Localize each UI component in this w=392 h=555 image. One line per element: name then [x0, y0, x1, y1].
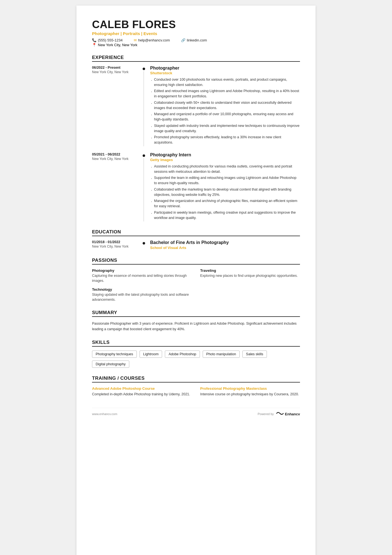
training-item-0: Advanced Adobe Photoshop Course Complete… [92, 386, 192, 397]
skill-5: Digital photography [92, 361, 129, 368]
location-icon: 📍 [92, 43, 96, 47]
exp-location-2: New York City, New York [92, 157, 138, 161]
edu-dot-col-1 [141, 240, 147, 250]
passions-section: PASSIONS Photography Capturing the essen… [92, 258, 300, 302]
experience-section: EXPERIENCE 06/2022 - Present New York Ci… [92, 55, 300, 222]
candidate-name: CALEB FLORES [92, 19, 300, 31]
skill-0: Photography techniques [92, 351, 137, 358]
location-text: New York City, New York [98, 43, 137, 47]
exp-bullet-2-0: Assisted in conducting photoshoots for v… [150, 164, 300, 174]
exp-content-2: Photography Intern Getty Images Assisted… [147, 152, 300, 222]
education-section: EDUCATION 01/2018 - 01/2022 New York Cit… [92, 229, 300, 250]
exp-bullet-1-2: Collaborated closely with 50+ clients to… [150, 100, 300, 111]
exp-line-2 [143, 158, 144, 222]
edu-date-1: 01/2018 - 01/2022 [92, 240, 141, 244]
exp-date-col-2: 05/2021 - 06/2022 New York City, New Yor… [92, 152, 141, 222]
summary-text: Passionate Photographer with 3 years of … [92, 321, 300, 332]
exp-bullet-1-3: Managed and organized a portfolio of ove… [150, 112, 300, 122]
phone-item: 📞 (555) 555-1234 [92, 38, 123, 42]
linkedin-icon: 🔗 [181, 38, 185, 42]
exp-location-1: New York City, New York [92, 70, 138, 74]
passion-item-0: Photography Capturing the essence of mom… [92, 268, 192, 283]
exp-company-1: Shutterstock [150, 71, 300, 75]
skills-section-title: SKILLS [92, 340, 300, 347]
skills-section: SKILLS Photography techniques Lightroom … [92, 340, 300, 368]
passion-title-1: Traveling [200, 268, 300, 273]
training-title-0: Advanced Adobe Photoshop Course [92, 386, 192, 391]
enhancv-logo-mark [276, 411, 284, 417]
exp-job-title-2: Photography Intern [150, 152, 300, 157]
passion-desc-2: Staying updated with the latest photogra… [92, 292, 192, 302]
education-section-title: EDUCATION [92, 229, 300, 236]
location-row: 📍 New York City, New York [92, 43, 300, 47]
exp-dot-col-1 [141, 66, 147, 146]
skill-3: Photo manipulation [203, 351, 240, 358]
experience-item-1: 06/2022 - Present New York City, New Yor… [92, 66, 300, 146]
training-item-1: Professional Photography Masterclass Int… [200, 386, 300, 397]
education-item-1: 01/2018 - 01/2022 New York City, New Yor… [92, 240, 300, 250]
exp-bullet-1-0: Conducted over 100 photoshoots for vario… [150, 77, 300, 88]
exp-bullets-2: Assisted in conducting photoshoots for v… [150, 164, 300, 221]
summary-section-title: SUMMARY [92, 310, 300, 317]
exp-bullet-1-1: Edited and retouched images using Lightr… [150, 88, 300, 99]
edu-location-1: New York City, New York [92, 245, 141, 248]
skill-2: Adobe Photoshop [165, 351, 200, 358]
exp-content-1: Photographer Shutterstock Conducted over… [147, 66, 300, 146]
summary-section: SUMMARY Passionate Photographer with 3 y… [92, 310, 300, 332]
email-item: ✉ help@enhancv.com [134, 38, 170, 42]
passions-grid: Photography Capturing the essence of mom… [92, 268, 300, 302]
exp-bullets-1: Conducted over 100 photoshoots for vario… [150, 77, 300, 145]
phone-icon: 📞 [92, 38, 96, 42]
exp-date-col-1: 06/2022 - Present New York City, New Yor… [92, 66, 141, 146]
exp-job-title-1: Photographer [150, 66, 300, 71]
edu-dot-1 [143, 242, 145, 245]
passions-section-title: PASSIONS [92, 258, 300, 265]
resume-document: CALEB FLORES Photographer | Portraits | … [76, 6, 316, 555]
skill-4: Sales skills [242, 351, 267, 358]
edu-school-1: School of Visual Arts [150, 246, 300, 250]
passion-title-2: Technology [92, 287, 192, 292]
exp-bullet-1-5: Promoted photography services effectivel… [150, 135, 300, 145]
exp-date-1: 06/2022 - Present [92, 66, 138, 70]
training-desc-1: Intensive course on photography techniqu… [200, 392, 300, 397]
exp-dot-col-2 [141, 152, 147, 222]
exp-bullet-2-2: Collaborated with the marketing team to … [150, 187, 300, 198]
exp-bullet-2-3: Managed the organization and archiving o… [150, 198, 300, 209]
exp-line-1 [143, 71, 144, 146]
footer-url: www.enhancv.com [92, 412, 117, 416]
contact-row: 📞 (555) 555-1234 ✉ help@enhancv.com 🔗 li… [92, 38, 300, 42]
phone-number: (555) 555-1234 [98, 38, 123, 42]
powered-by-text: Powered by [258, 412, 274, 416]
skills-wrap: Photography techniques Lightroom Adobe P… [92, 351, 300, 368]
linkedin-url: linkedin.com [187, 38, 207, 42]
edu-degree-1: Bachelor of Fine Arts in Photography [150, 240, 300, 245]
passion-desc-0: Capturing the essence of moments and tel… [92, 273, 192, 283]
candidate-title: Photographer | Portraits | Events [92, 31, 300, 36]
exp-bullet-1-4: Stayed updated with industry trends and … [150, 123, 300, 134]
passion-title-0: Photography [92, 268, 192, 273]
edu-content-1: Bachelor of Fine Arts in Photography Sch… [147, 240, 300, 250]
experience-item-2: 05/2021 - 06/2022 New York City, New Yor… [92, 152, 300, 222]
exp-bullet-2-1: Supported the team in editing and retouc… [150, 175, 300, 186]
passion-desc-1: Exploring new places to find unique phot… [200, 273, 300, 278]
experience-section-title: EXPERIENCE [92, 55, 300, 62]
linkedin-item: 🔗 linkedin.com [181, 38, 207, 42]
enhancv-logo: Enhancv [276, 411, 300, 417]
passion-item-2: Technology Staying updated with the late… [92, 287, 192, 302]
exp-dot-2 [143, 154, 145, 157]
email-address: help@enhancv.com [138, 38, 170, 42]
exp-bullet-2-4: Participated in weekly team meetings, of… [150, 210, 300, 221]
training-grid: Advanced Adobe Photoshop Course Complete… [92, 386, 300, 397]
training-desc-0: Completed in-depth Adobe Photoshop train… [92, 392, 192, 397]
email-icon: ✉ [134, 38, 137, 42]
training-title-1: Professional Photography Masterclass [200, 386, 300, 391]
exp-dot-1 [143, 68, 145, 70]
edu-date-col-1: 01/2018 - 01/2022 New York City, New Yor… [92, 240, 141, 250]
enhancv-brand-name: Enhancv [285, 412, 300, 416]
skill-1: Lightroom [140, 351, 162, 358]
exp-date-2: 05/2021 - 06/2022 [92, 152, 138, 156]
footer: www.enhancv.com Powered by Enhancv [92, 408, 300, 417]
passion-item-1: Traveling Exploring new places to find u… [200, 268, 300, 283]
header: CALEB FLORES Photographer | Portraits | … [92, 19, 300, 47]
exp-company-2: Getty Images [150, 158, 300, 162]
